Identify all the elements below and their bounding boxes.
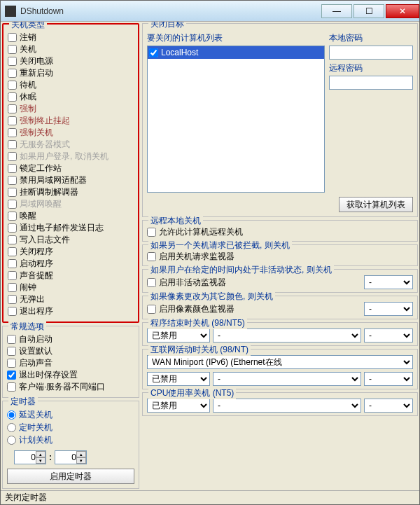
proc-combo2[interactable]: - xyxy=(213,328,361,343)
general-option-item[interactable]: 退出时保存设置 xyxy=(7,369,134,381)
checkbox[interactable] xyxy=(8,283,17,292)
net-adapter-combo[interactable]: WAN Miniport (IPv6) (Ethernet在线 xyxy=(147,355,413,369)
timer-min-input[interactable] xyxy=(55,452,76,462)
checkbox[interactable] xyxy=(8,69,17,78)
pixel-combo[interactable]: - xyxy=(364,302,413,316)
timer-radio-item[interactable]: 定时关机 xyxy=(7,421,134,434)
group-title: 程序结束时关机 (98/NT5) xyxy=(148,317,247,329)
checkbox[interactable] xyxy=(8,45,17,54)
checkbox[interactable] xyxy=(8,152,17,161)
shutdown-type-item[interactable]: 写入日志文件 xyxy=(8,234,134,246)
timer-hour-input[interactable] xyxy=(15,452,36,462)
cpu-combo2[interactable]: - xyxy=(213,399,361,413)
shutdown-type-item[interactable]: 唤醒 xyxy=(8,210,134,222)
shutdown-type-item[interactable]: 挂断调制解调器 xyxy=(8,186,134,198)
checkbox[interactable] xyxy=(8,212,17,221)
checkbox[interactable] xyxy=(7,382,16,392)
maximize-button[interactable]: ☐ xyxy=(354,4,384,18)
checkbox[interactable] xyxy=(8,176,17,185)
checkbox[interactable] xyxy=(7,371,16,380)
checkbox[interactable] xyxy=(8,223,17,233)
checkbox[interactable] xyxy=(8,33,17,42)
shutdown-type-item[interactable]: 声音提醒 xyxy=(8,270,134,282)
checkbox[interactable] xyxy=(8,188,17,197)
shutdown-type-item[interactable]: 退出程序 xyxy=(8,305,134,317)
list-item[interactable]: LocalHost xyxy=(148,46,324,59)
checkbox[interactable] xyxy=(8,235,17,244)
checkbox[interactable] xyxy=(8,116,17,125)
shutdown-type-item[interactable]: 关闭程序 xyxy=(8,246,134,258)
shutdown-type-item[interactable]: 锁定工作站 xyxy=(8,162,134,174)
shutdown-type-item[interactable]: 无服务器模式 xyxy=(8,139,134,151)
proc-combo3[interactable]: - xyxy=(364,328,413,343)
cpu-combo1[interactable]: 已禁用 xyxy=(147,399,210,413)
shutdown-type-item[interactable]: 休眠 xyxy=(8,91,134,103)
radio[interactable] xyxy=(7,410,16,420)
list-item-checkbox[interactable] xyxy=(149,48,158,57)
checkbox[interactable] xyxy=(8,57,17,66)
allow-remote-checkbox[interactable] xyxy=(147,228,156,237)
shutdown-type-item[interactable]: 禁用局域网适配器 xyxy=(8,174,134,186)
shutdown-type-item[interactable]: 重新启动 xyxy=(8,67,134,79)
timer-min-spinner[interactable]: ▴▾ xyxy=(55,450,87,464)
timer-radio-item[interactable]: 延迟关机 xyxy=(7,408,134,421)
radio[interactable] xyxy=(7,423,16,432)
inactivity-checkbox[interactable] xyxy=(147,278,156,287)
shutdown-type-item[interactable]: 强制终止挂起 xyxy=(8,115,134,127)
down-icon[interactable]: ▾ xyxy=(76,457,86,464)
checkbox[interactable] xyxy=(8,307,17,316)
checkbox[interactable] xyxy=(8,271,17,280)
checkbox[interactable] xyxy=(8,259,17,268)
general-option-item[interactable]: 自动启动 xyxy=(7,333,134,345)
checkbox[interactable] xyxy=(8,164,17,173)
titlebar[interactable]: DShutdown — ☐ ✕ xyxy=(1,1,419,22)
down-icon[interactable]: ▾ xyxy=(36,457,46,464)
inactivity-combo[interactable]: - xyxy=(364,275,413,289)
general-option-item[interactable]: 启动声音 xyxy=(7,357,134,369)
net-combo3[interactable]: - xyxy=(364,372,413,386)
up-icon[interactable]: ▴ xyxy=(36,451,46,457)
checkbox[interactable] xyxy=(7,347,16,356)
timer-hour-spinner[interactable]: ▴▾ xyxy=(14,450,46,464)
shutdown-type-item[interactable]: 闹钟 xyxy=(8,282,134,293)
cpu-combo3[interactable]: - xyxy=(364,399,413,413)
radio[interactable] xyxy=(7,436,16,445)
minimize-button[interactable]: — xyxy=(321,4,352,18)
checkbox[interactable] xyxy=(8,295,17,304)
pixel-checkbox[interactable] xyxy=(147,305,156,314)
general-option-item[interactable]: 客户端·服务器不同端口 xyxy=(7,381,134,393)
checkbox[interactable] xyxy=(8,247,17,256)
timer-radio-item[interactable]: 计划关机 xyxy=(7,434,134,446)
local-password-input[interactable] xyxy=(329,46,413,60)
shutdown-type-item[interactable]: 如果用户登录, 取消关机 xyxy=(8,151,134,162)
shutdown-type-item[interactable]: 待机 xyxy=(8,79,134,91)
checkbox[interactable] xyxy=(8,81,17,90)
shutdown-type-item[interactable]: 注销 xyxy=(8,32,134,43)
general-option-item[interactable]: 设置默认 xyxy=(7,345,134,357)
shutdown-type-item[interactable]: 强制 xyxy=(8,103,134,115)
checkbox[interactable] xyxy=(8,92,17,102)
shutdown-type-item[interactable]: 局域网唤醒 xyxy=(8,198,134,210)
get-computer-list-button[interactable]: 获取计算机列表 xyxy=(339,197,413,212)
shutdown-type-item[interactable]: 无弹出 xyxy=(8,293,134,305)
checkbox[interactable] xyxy=(8,200,17,209)
close-button[interactable]: ✕ xyxy=(386,4,419,18)
checkbox[interactable] xyxy=(7,359,16,368)
checkbox[interactable] xyxy=(8,140,17,149)
net-combo1[interactable]: 已禁用 xyxy=(147,372,210,386)
remote-password-input[interactable] xyxy=(329,76,413,90)
proc-combo1[interactable]: 已禁用 xyxy=(147,328,210,343)
checkbox[interactable] xyxy=(7,335,16,344)
computer-listbox[interactable]: LocalHost xyxy=(147,46,325,193)
shutdown-type-item[interactable]: 关闭电源 xyxy=(8,55,134,67)
enable-timer-button[interactable]: 启用定时器 xyxy=(7,469,134,484)
checkbox[interactable] xyxy=(8,128,17,137)
shutdown-type-item[interactable]: 关机 xyxy=(8,43,134,55)
up-icon[interactable]: ▴ xyxy=(76,451,86,457)
shutdown-type-item[interactable]: 强制关机 xyxy=(8,127,134,139)
shutdown-type-item[interactable]: 通过电子邮件发送日志 xyxy=(8,222,134,234)
intercept-checkbox[interactable] xyxy=(147,252,156,261)
checkbox[interactable] xyxy=(8,104,17,113)
shutdown-type-item[interactable]: 启动程序 xyxy=(8,258,134,270)
net-combo2[interactable]: - xyxy=(213,372,361,386)
